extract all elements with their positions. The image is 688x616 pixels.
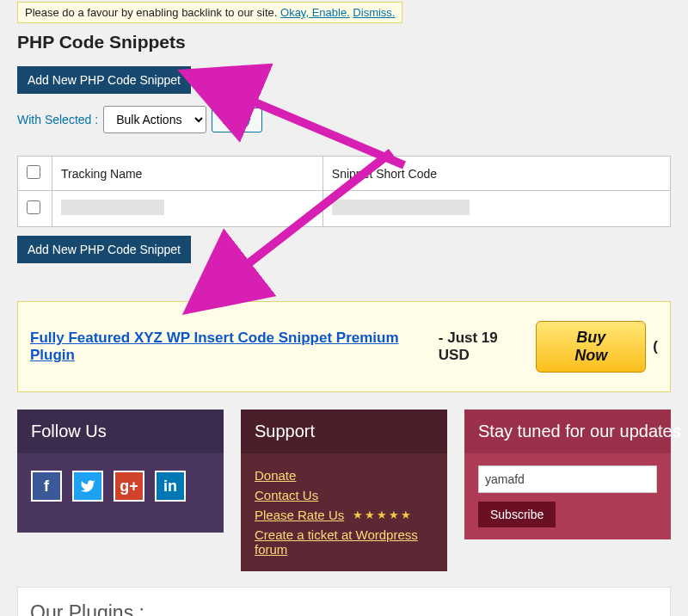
- facebook-icon[interactable]: f: [31, 471, 62, 502]
- google-plus-icon[interactable]: g+: [114, 471, 144, 502]
- subscribe-input[interactable]: [478, 465, 657, 493]
- subscribe-title: Stay tuned for our updates: [464, 410, 671, 453]
- support-panel: Support Donate Contact Us Please Rate Us…: [241, 410, 447, 571]
- follow-title: Follow Us: [17, 410, 224, 453]
- twitter-icon[interactable]: [72, 471, 103, 502]
- premium-promo-banner: Fully Featured XYZ WP Insert Code Snippe…: [17, 301, 671, 392]
- col-short-code: Snippet Short Code: [322, 157, 670, 191]
- col-tracking-name: Tracking Name: [52, 157, 323, 191]
- backlink-notice: Please do a favour by enabling backlink …: [17, 2, 402, 23]
- notice-text: Please do a favour by enabling backlink …: [25, 6, 277, 19]
- star-rating-icon: ★★★★★: [353, 508, 413, 521]
- notice-enable-link[interactable]: Okay, Enable.: [280, 6, 350, 19]
- promo-paren: (: [653, 338, 658, 355]
- table-row: [18, 191, 671, 227]
- select-all-checkbox[interactable]: [27, 165, 40, 179]
- bulk-label: With Selected :: [17, 113, 98, 126]
- bulk-apply-button[interactable]: Apply: [212, 108, 262, 132]
- follow-us-panel: Follow Us f g+ in: [17, 410, 224, 571]
- subscribe-button[interactable]: Subscribe: [478, 502, 556, 527]
- add-snippet-button-top[interactable]: Add New PHP Code Snippet: [17, 66, 191, 94]
- linkedin-icon[interactable]: in: [155, 471, 186, 502]
- rate-link[interactable]: Please Rate Us: [255, 505, 344, 525]
- bulk-actions-select[interactable]: Bulk Actions: [103, 106, 206, 133]
- redacted-cell: [61, 200, 164, 215]
- promo-price: - Just 19 USD: [439, 330, 529, 364]
- ticket-link[interactable]: Create a ticket at Wordpress forum: [255, 525, 433, 559]
- donate-link[interactable]: Donate: [255, 465, 433, 485]
- our-plugins-panel: Our Plugins : 1Social Media Auto Publish…: [17, 587, 671, 616]
- buy-now-button[interactable]: Buy Now: [536, 321, 646, 373]
- subscribe-panel: Stay tuned for our updates Subscribe: [464, 410, 671, 571]
- snippets-table: Tracking Name Snippet Short Code: [17, 156, 671, 227]
- add-snippet-button-bottom[interactable]: Add New PHP Code Snippet: [17, 236, 191, 263]
- redacted-cell: [332, 200, 470, 215]
- page-title: PHP Code Snippets: [17, 32, 671, 52]
- our-plugins-title: Our Plugins :: [30, 601, 658, 616]
- contact-link[interactable]: Contact Us: [255, 485, 433, 505]
- row-checkbox[interactable]: [27, 200, 40, 214]
- premium-link[interactable]: Fully Featured XYZ WP Insert Code Snippe…: [30, 330, 432, 364]
- notice-dismiss-link[interactable]: Dismiss.: [353, 6, 395, 19]
- support-title: Support: [241, 410, 447, 453]
